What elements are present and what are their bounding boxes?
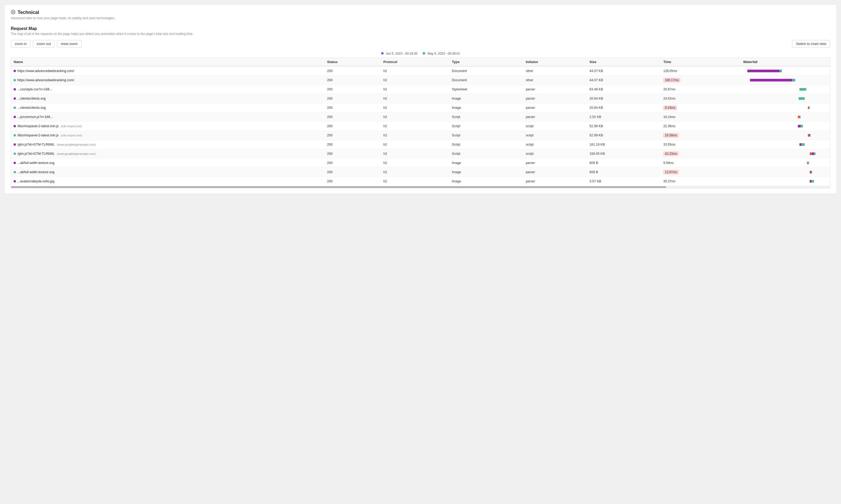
cell-initiator: parser bbox=[523, 168, 587, 177]
cell-type: Stylesheet bbox=[449, 85, 523, 94]
table-row: ...css/style.css?v=168... 200h2Styleshee… bbox=[11, 85, 830, 94]
cell-status: 200 bbox=[325, 112, 381, 122]
cell-status: 200 bbox=[325, 85, 381, 94]
row-name: ...all/full-width-texture.svg bbox=[17, 170, 54, 174]
cell-waterfall bbox=[740, 149, 830, 159]
cell-type: Image bbox=[449, 168, 523, 177]
row-name: /gtm.js?id=GTM-TLR6WL bbox=[17, 152, 55, 156]
cell-initiator: parser bbox=[523, 159, 587, 168]
cell-waterfall bbox=[740, 140, 830, 149]
cell-protocol: h2 bbox=[381, 103, 450, 112]
cell-type: Image bbox=[449, 94, 523, 103]
row-dot bbox=[14, 79, 16, 81]
time-value: 26.87ms bbox=[663, 88, 675, 91]
time-value: 16.14ms bbox=[663, 115, 675, 119]
col-waterfall: Waterfall bbox=[740, 58, 830, 66]
switch-to-chart-view-button[interactable]: Switch to chart view bbox=[792, 40, 830, 48]
cell-size: 52.99 KB bbox=[587, 131, 661, 140]
cell-type: Script bbox=[449, 140, 523, 149]
table-row: /libs/mixpanel-2-latest.min.js (cdn.mxpn… bbox=[11, 131, 830, 140]
zoom-out-button[interactable]: zoom out bbox=[33, 40, 55, 48]
cell-size: 161.19 KB bbox=[587, 140, 661, 149]
col-name: Name bbox=[11, 58, 325, 66]
row-sub: (www.googletagmanager.com) bbox=[57, 152, 96, 155]
cell-name: https://www.advancedwebranking.com/ bbox=[11, 76, 325, 85]
cell-name: ...css/style.css?v=168... bbox=[11, 85, 325, 94]
cell-name: ...clients/clients.svg bbox=[11, 94, 325, 103]
waterfall-bar bbox=[803, 97, 804, 100]
cell-name: /libs/mixpanel-2-latest.min.js (cdn.mxpn… bbox=[11, 131, 325, 140]
cell-waterfall bbox=[740, 177, 830, 186]
cell-waterfall bbox=[740, 85, 830, 94]
cell-initiator: script bbox=[523, 122, 587, 131]
cell-initiator: other bbox=[523, 76, 587, 85]
scrollbar-thumb[interactable] bbox=[11, 186, 666, 188]
row-dot bbox=[14, 97, 16, 100]
legend-dot-1 bbox=[381, 52, 384, 55]
waterfall-bar bbox=[779, 70, 782, 72]
time-value: 35.37ms bbox=[663, 179, 675, 183]
gear-icon bbox=[11, 10, 16, 15]
cell-initiator: parser bbox=[523, 103, 587, 112]
cell-waterfall bbox=[740, 94, 830, 103]
row-name: ...avatars/aleyda-solis.jpg bbox=[17, 179, 54, 183]
cell-protocol: h2 bbox=[381, 177, 450, 186]
time-highlight: 12.87ms bbox=[663, 170, 679, 175]
horizontal-scrollbar[interactable] bbox=[11, 186, 830, 188]
reset-zoom-button[interactable]: reset zoom bbox=[57, 40, 82, 48]
row-dot bbox=[14, 143, 16, 146]
row-dot bbox=[14, 107, 16, 109]
waterfall-bar bbox=[800, 88, 804, 91]
cell-protocol: h2 bbox=[381, 112, 450, 122]
cell-size: 44.07 KB bbox=[587, 76, 661, 85]
waterfall-bar bbox=[808, 162, 809, 164]
cell-size: 63.48 KB bbox=[587, 85, 661, 94]
time-value: 22.36ms bbox=[663, 124, 675, 128]
row-dot bbox=[14, 88, 16, 90]
cell-status: 200 bbox=[325, 103, 381, 112]
col-protocol: Protocol bbox=[381, 58, 450, 66]
row-dot bbox=[14, 171, 16, 173]
cell-type: Image bbox=[449, 159, 523, 168]
toolbar-right: Switch to chart view bbox=[792, 40, 830, 48]
cell-time: 12.87ms bbox=[661, 168, 740, 177]
cell-name: ...clients/clients.svg bbox=[11, 103, 325, 112]
waterfall-bar bbox=[810, 152, 812, 155]
request-table-wrapper: Name Status Protocol Type Initiator Size… bbox=[11, 57, 830, 188]
cell-name: ...all/full-width-texture.svg bbox=[11, 159, 325, 168]
time-highlight: 16.58ms bbox=[663, 133, 679, 138]
row-dot bbox=[14, 125, 16, 127]
cell-protocol: h2 bbox=[381, 94, 450, 103]
cell-protocol: h2 bbox=[381, 76, 450, 85]
table-row: /gtm.js?id=GTM-TLR6WL (www.googletagmana… bbox=[11, 140, 830, 149]
toolbar-left: zoom in zoom out reset zoom bbox=[11, 40, 82, 48]
section-title: Request Map bbox=[11, 26, 830, 31]
waterfall-bar bbox=[798, 125, 801, 127]
cell-waterfall bbox=[740, 131, 830, 140]
waterfall-bar bbox=[810, 134, 810, 137]
cell-time: 180.17ms bbox=[661, 76, 740, 85]
cell-time: 16.58ms bbox=[661, 131, 740, 140]
cell-size: 2.52 KB bbox=[587, 112, 661, 122]
row-dot bbox=[14, 134, 16, 137]
cell-time: 128.05ms bbox=[661, 66, 740, 76]
row-name: ...js/common.js?v=168... bbox=[17, 115, 53, 119]
waterfall-bar bbox=[805, 88, 806, 91]
cell-size: 52.99 KB bbox=[587, 122, 661, 131]
cell-waterfall bbox=[740, 168, 830, 177]
legend-label-1: Jun 5, 2023 - 00:18:30 bbox=[386, 52, 417, 55]
cell-protocol: h2 bbox=[381, 131, 450, 140]
section-subtitle: The map of all of the requests on the pa… bbox=[11, 32, 830, 36]
table-row: ...clients/clients.svg 200h2Imageparser2… bbox=[11, 103, 830, 112]
cell-time: 24.52ms bbox=[661, 94, 740, 103]
row-sub: (cdn.mxpnl.com) bbox=[61, 125, 82, 128]
cell-time: 8.33ms bbox=[661, 103, 740, 112]
cell-type: Script bbox=[449, 122, 523, 131]
legend: Jun 5, 2023 - 00:18:30 May 5, 2023 - 00:… bbox=[11, 52, 830, 55]
cell-time: 33.55ms bbox=[661, 140, 740, 149]
cell-waterfall bbox=[740, 103, 830, 112]
cell-time: 35.37ms bbox=[661, 177, 740, 186]
zoom-in-button[interactable]: zoom in bbox=[11, 40, 31, 48]
cell-time: 42.23ms bbox=[661, 149, 740, 159]
cell-status: 200 bbox=[325, 94, 381, 103]
